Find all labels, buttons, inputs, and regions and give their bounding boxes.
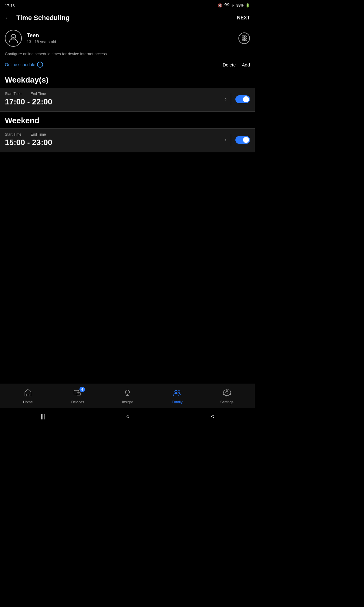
- nav-label-home: Home: [23, 400, 33, 404]
- battery-level: 98%: [236, 3, 244, 8]
- weekday-vertical-divider: [231, 93, 231, 105]
- weekday-toggle-track: [235, 95, 250, 103]
- system-home-button[interactable]: ○: [120, 411, 136, 422]
- bottom-nav: Home 4 Devices Insight: [0, 384, 255, 408]
- svg-point-10: [125, 390, 130, 394]
- weekday-start-label: Start Time: [5, 92, 22, 96]
- online-schedule-label: Online schedule: [5, 62, 35, 67]
- family-icon-wrap: [172, 388, 183, 399]
- weekend-vertical-divider: [231, 134, 231, 146]
- weekend-toggle-track: [235, 136, 250, 144]
- svg-point-4: [244, 40, 244, 40]
- nav-item-settings[interactable]: Settings: [202, 388, 252, 404]
- weekend-title: Weekend: [5, 116, 39, 125]
- mute-icon: 🔇: [218, 3, 222, 8]
- nav-label-family: Family: [172, 400, 182, 404]
- system-back-button[interactable]: <: [205, 411, 220, 422]
- back-button[interactable]: ←: [5, 14, 12, 22]
- weekday-toggle-thumb: [243, 96, 249, 102]
- weekday-section-header: Weekday(s): [0, 71, 255, 88]
- system-menu-button[interactable]: |||: [35, 411, 51, 422]
- svg-point-3: [244, 38, 244, 39]
- nav-item-home[interactable]: Home: [3, 388, 53, 404]
- menu-icon-button[interactable]: [238, 32, 250, 44]
- svg-point-13: [175, 390, 177, 393]
- nav-item-insight[interactable]: Insight: [103, 388, 152, 404]
- settings-icon-wrap: [221, 388, 232, 399]
- weekend-start-label: Start Time: [5, 132, 22, 137]
- weekend-toggle-thumb: [243, 137, 249, 143]
- weekend-time-range: 15:00 - 23:00: [5, 138, 52, 147]
- schedule-actions: Delete Add: [223, 62, 250, 67]
- svg-point-2: [244, 36, 244, 36]
- schedule-controls: Online schedule − Delete Add: [0, 60, 255, 71]
- weekend-chevron-icon[interactable]: ›: [225, 137, 227, 143]
- svg-point-14: [178, 391, 180, 392]
- add-button[interactable]: Add: [242, 62, 250, 67]
- nav-label-devices: Devices: [71, 400, 84, 404]
- weekend-section-header: Weekend: [0, 112, 255, 128]
- weekday-time-range: 17:00 - 22:00: [5, 97, 52, 107]
- status-time: 17:13: [5, 3, 15, 8]
- family-icon: [173, 388, 181, 398]
- weekday-end-label: End Time: [31, 92, 46, 96]
- circle-minus-icon: −: [37, 62, 43, 68]
- system-nav: ||| ○ <: [0, 408, 255, 425]
- nav-label-settings: Settings: [220, 400, 233, 404]
- svg-point-0: [227, 6, 227, 7]
- weekday-row-right: ›: [225, 93, 250, 105]
- airplane-icon: ✈: [231, 3, 234, 8]
- wifi-icon: [224, 3, 230, 8]
- toolbar: ← Time Scheduling NEXT: [0, 11, 255, 25]
- status-icons: 🔇 ✈ 98% 🔋: [218, 3, 250, 8]
- settings-icon: [223, 388, 231, 398]
- insight-icon-wrap: [122, 388, 133, 399]
- weekday-chevron-icon[interactable]: ›: [225, 96, 227, 102]
- weekend-toggle[interactable]: [235, 136, 250, 144]
- weekend-time-labels: Start Time End Time: [5, 132, 52, 137]
- devices-icon-wrap: 4: [72, 388, 83, 399]
- profile-left: Teen 13 - 18 years old: [5, 30, 56, 47]
- weekday-toggle[interactable]: [235, 95, 250, 103]
- page-title: Time Scheduling: [16, 14, 70, 22]
- profile-age: 13 - 18 years old: [27, 39, 56, 44]
- weekday-time-info: Start Time End Time 17:00 - 22:00: [5, 92, 52, 107]
- weekday-title: Weekday(s): [5, 75, 49, 84]
- weekday-time-labels: Start Time End Time: [5, 92, 52, 96]
- profile-section: Teen 13 - 18 years old: [0, 25, 255, 50]
- status-bar: 17:13 🔇 ✈ 98% 🔋: [0, 0, 255, 11]
- nav-item-devices[interactable]: 4 Devices: [53, 388, 103, 404]
- nav-item-family[interactable]: Family: [152, 388, 202, 404]
- avatar: [5, 30, 22, 47]
- insight-icon: [123, 388, 132, 398]
- weekend-schedule-row: Start Time End Time 15:00 - 23:00 ›: [0, 129, 255, 152]
- weekend-row-right: ›: [225, 134, 250, 146]
- next-button[interactable]: NEXT: [237, 15, 250, 21]
- battery-icon: 🔋: [245, 3, 250, 8]
- profile-info: Teen 13 - 18 years old: [27, 32, 56, 44]
- weekend-time-info: Start Time End Time 15:00 - 23:00: [5, 132, 52, 147]
- svg-rect-8: [74, 390, 79, 394]
- devices-badge: 4: [79, 387, 85, 392]
- toolbar-left: ← Time Scheduling: [5, 14, 70, 22]
- nav-label-insight: Insight: [122, 400, 133, 404]
- online-schedule-button[interactable]: Online schedule −: [5, 62, 43, 68]
- home-icon-wrap: [22, 388, 33, 399]
- home-icon: [24, 388, 32, 398]
- delete-button[interactable]: Delete: [223, 62, 236, 67]
- profile-name: Teen: [27, 32, 56, 39]
- weekend-end-label: End Time: [31, 132, 46, 137]
- weekday-schedule-row: Start Time End Time 17:00 - 22:00 ›: [0, 88, 255, 112]
- description-text: Configure online schedule times for devi…: [0, 50, 255, 60]
- svg-point-15: [226, 392, 228, 394]
